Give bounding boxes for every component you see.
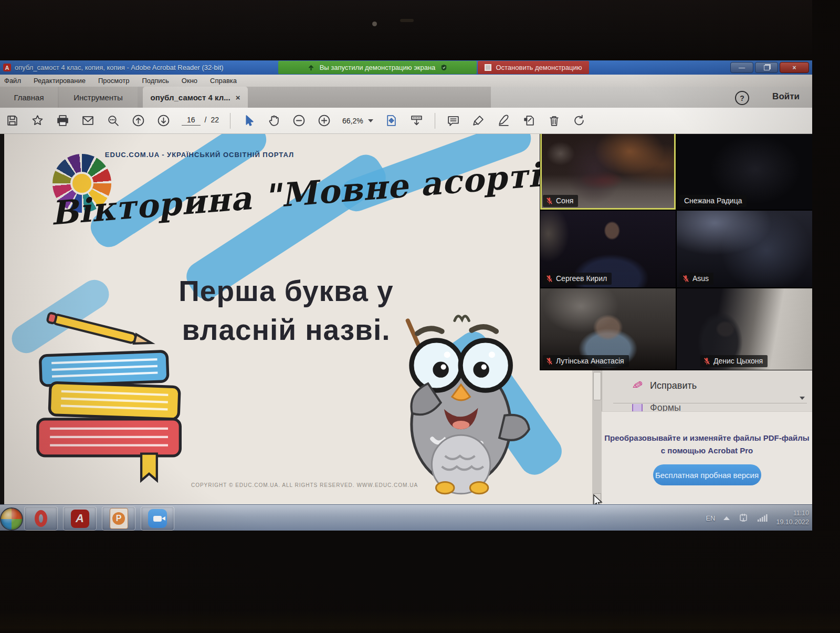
tab-tools-label: Инструменты [74, 93, 123, 102]
acrobat-reader-icon: A [71, 510, 89, 528]
opera-icon [35, 510, 47, 527]
tab-document[interactable]: опубл_самост 4 кл... × [143, 87, 248, 108]
restore-button[interactable] [755, 62, 778, 73]
participant-tile-denys[interactable]: Денис Цыхоня [677, 288, 812, 370]
refresh-icon[interactable] [572, 113, 586, 128]
search-icon[interactable] [106, 113, 120, 128]
menu-window[interactable]: Окно [182, 77, 197, 85]
sign-pen-icon[interactable] [497, 113, 511, 128]
page-number-input[interactable]: 16 [182, 116, 201, 126]
taskbar-clock[interactable]: 11:10 19.10.2022 [776, 509, 809, 527]
document-work-area: EDUC.COM.UA - УКРАЇНСЬКИЙ ОСВІТНІЙ ПОРТА… [0, 134, 812, 504]
security-shield-icon[interactable] [440, 64, 447, 71]
star-favorite-icon[interactable] [30, 113, 45, 128]
sign-in-button[interactable]: Войти [772, 91, 800, 102]
share-banner-text: Вы запустили демонстрацию экрана [320, 64, 436, 71]
menu-view[interactable]: Просмотр [98, 77, 129, 85]
page-number-field: 16 / 22 [182, 116, 219, 126]
minimize-button[interactable]: — [730, 62, 753, 73]
participant-name-tag: Сергеев Кирил [543, 273, 612, 285]
email-icon[interactable] [81, 113, 95, 128]
zoom-level-select[interactable]: 66,2% [342, 117, 373, 125]
participant-name-tag: Лутінська Анастасія [543, 355, 629, 367]
clock-time: 11:10 [776, 509, 809, 518]
laptop-bezel-left-edge [0, 134, 4, 504]
owl-teacher-illustration [373, 305, 541, 502]
menu-help[interactable]: Справка [210, 77, 237, 85]
window-title: опубл_самост 4 клас, копия, копия - Adob… [15, 64, 224, 71]
restore-icon [764, 65, 770, 70]
page-down-icon[interactable] [156, 113, 171, 128]
print-icon[interactable] [56, 113, 70, 128]
menu-file[interactable]: Файл [4, 77, 21, 85]
pdf-slide[interactable]: EDUC.COM.UA - УКРАЇНСЬКИЙ ОСВІТНІЙ ПОРТА… [0, 134, 592, 504]
tabbar-right-zone [491, 87, 812, 108]
fill-sign-icon[interactable] [522, 113, 536, 128]
mouse-cursor [592, 494, 603, 504]
delete-trash-icon[interactable] [547, 113, 561, 128]
slide-portal-header: EDUC.COM.UA - УКРАЇНСЬКИЙ ОСВІТНІЙ ПОРТА… [0, 151, 399, 159]
zoom-out-icon[interactable] [292, 113, 306, 128]
windows-start-button[interactable] [0, 507, 23, 531]
mic-muted-icon [546, 357, 553, 365]
zoom-in-icon[interactable] [317, 113, 331, 128]
laptop-bezel-bottom: lenovo [0, 531, 840, 633]
laptop-photo: A опубл_самост 4 клас, копия, копия - Ad… [0, 0, 840, 633]
mic-muted-icon [682, 275, 689, 283]
stop-icon [485, 64, 491, 71]
network-signal-icon[interactable] [757, 513, 768, 523]
promo-text: Преобразовывайте и изменяйте файлы PDF-ф… [602, 432, 812, 457]
panel-scrollbar[interactable] [592, 370, 602, 504]
slide-copyright: COPYRIGHT © EDUC.COM.UA. ALL RIGHTS RESE… [158, 482, 452, 488]
participant-tile-sonya[interactable]: Соня [540, 134, 676, 210]
comment-icon[interactable] [446, 113, 460, 128]
screen-share-banner: Вы запустили демонстрацию экрана [278, 61, 477, 74]
menu-edit[interactable]: Редактирование [34, 77, 86, 85]
tray-expand-icon[interactable] [723, 516, 730, 520]
hand-pan-icon[interactable] [267, 113, 281, 128]
help-icon: ? [740, 94, 744, 102]
forms-tool[interactable]: Формы [602, 404, 812, 412]
toolbar-divider [435, 113, 435, 129]
tab-close-icon[interactable]: × [236, 93, 240, 102]
acrobat-pro-promo: Преобразовывайте и изменяйте файлы PDF-ф… [602, 411, 812, 504]
forms-icon [632, 404, 643, 412]
save-icon[interactable] [5, 113, 19, 128]
books-stack-illustration [21, 310, 205, 494]
menu-sign[interactable]: Подпись [142, 77, 169, 85]
participant-tile-snezhana[interactable]: Снежана Радица [677, 134, 812, 210]
page-up-icon[interactable] [131, 113, 145, 128]
taskbar-opera-button[interactable] [24, 506, 58, 531]
tab-home[interactable]: Главная [0, 87, 58, 108]
taskbar-acrobat-button[interactable]: A [63, 506, 97, 531]
participant-tile-asus[interactable]: Asus [677, 211, 812, 287]
free-trial-button[interactable]: Бесплатная пробная версия [653, 464, 761, 485]
powerpoint-icon: P [110, 508, 128, 529]
participant-name: Asus [692, 274, 709, 283]
chevron-down-icon [368, 119, 373, 122]
language-indicator[interactable]: EN [706, 514, 715, 522]
screen-share-icon [308, 64, 314, 71]
taskbar-zoom-button[interactable] [141, 506, 174, 531]
power-plug-icon[interactable] [738, 513, 749, 523]
select-cursor-icon[interactable] [242, 113, 256, 128]
participant-name: Сергеев Кирил [556, 274, 607, 283]
highlight-icon[interactable] [471, 113, 486, 128]
laptop-bezel-top [0, 0, 840, 60]
tab-tools[interactable]: Инструменты [59, 87, 138, 108]
edit-pdf-tool[interactable]: ✎ Исправить [602, 376, 812, 396]
close-icon: × [792, 64, 796, 71]
scrollbar-thumb[interactable] [593, 372, 601, 400]
toolbar-download-icon[interactable] [410, 113, 424, 128]
acrobat-tools-panel: ✎ Исправить Формы Преобразовывайте и изм… [592, 370, 812, 504]
page-display-icon[interactable] [384, 113, 398, 128]
help-button[interactable]: ? [735, 91, 749, 105]
taskbar-powerpoint-button[interactable]: P [102, 506, 135, 531]
participant-tile-kyryl[interactable]: Сергеев Кирил [540, 211, 676, 287]
participant-tile-anastasia[interactable]: Лутінська Анастасія [540, 288, 676, 370]
mic-muted-icon [704, 357, 710, 365]
edit-pdf-label: Исправить [650, 380, 697, 391]
close-button[interactable]: × [780, 62, 809, 73]
stop-sharing-button[interactable]: Остановить демонстрацию [478, 61, 589, 74]
zoom-participant-grid: Соня Снежана Радица Сергеев Кирил [540, 134, 812, 370]
